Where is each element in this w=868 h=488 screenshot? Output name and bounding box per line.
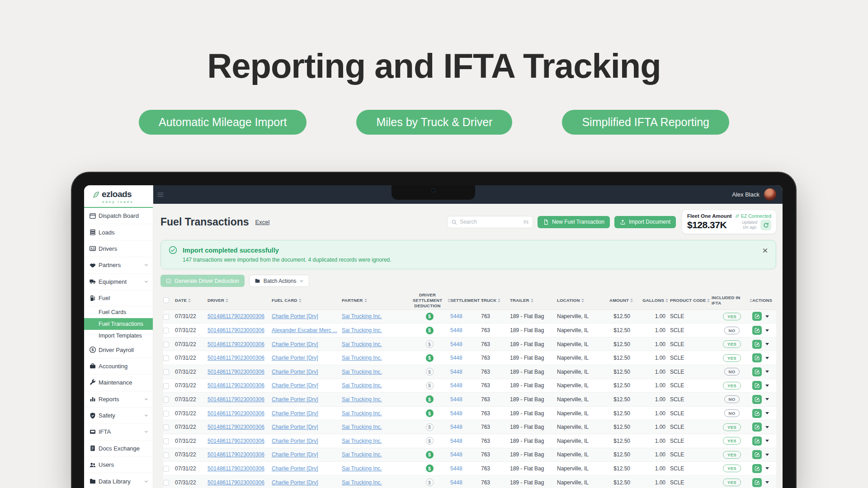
- fuel-card-link[interactable]: Charlie Porter [Drv]: [272, 355, 318, 361]
- column-header-driver[interactable]: DRIVER: [208, 298, 272, 303]
- fuel-card-link[interactable]: Charlie Porter [Drv]: [272, 396, 318, 403]
- fuel-card-link[interactable]: Charlie Porter [Drv]: [272, 424, 318, 430]
- sidebar-item-fuel[interactable]: Fuel: [84, 290, 153, 306]
- row-menu-caret[interactable]: [765, 426, 769, 428]
- edit-button[interactable]: [752, 422, 762, 432]
- row-checkbox[interactable]: [163, 438, 169, 444]
- sidebar-item-maintenance[interactable]: Maintenance: [84, 375, 153, 391]
- row-menu-caret[interactable]: [765, 357, 769, 359]
- row-menu-caret[interactable]: [765, 467, 769, 469]
- column-header-gallons[interactable]: GALLONS: [635, 298, 670, 303]
- driver-link[interactable]: 5014861179023000306: [208, 465, 264, 472]
- sidebar-item-import-templates[interactable]: Import Templates: [84, 330, 153, 342]
- fuel-card-link[interactable]: Charlie Porter [Drv]: [272, 438, 318, 444]
- settlement-link[interactable]: 5448: [450, 451, 462, 458]
- edit-button[interactable]: [752, 326, 762, 335]
- partner-link[interactable]: Sai Trucking Inc.: [342, 396, 382, 403]
- row-checkbox[interactable]: [163, 480, 169, 486]
- row-menu-caret[interactable]: [765, 412, 769, 414]
- fuel-card-link[interactable]: Charlie Porter [Drv]: [272, 341, 318, 347]
- sidebar-item-data-library[interactable]: Data Library: [84, 473, 153, 488]
- partner-link[interactable]: Sai Trucking Inc.: [342, 313, 382, 319]
- row-menu-caret[interactable]: [765, 398, 769, 400]
- settlement-link[interactable]: 5448: [450, 424, 462, 430]
- import-document-button[interactable]: Import Document: [614, 216, 676, 228]
- search-input[interactable]: [460, 219, 520, 225]
- settlement-link[interactable]: 5448: [450, 396, 462, 403]
- row-menu-caret[interactable]: [765, 343, 769, 345]
- row-menu-caret[interactable]: [765, 371, 769, 373]
- partner-link[interactable]: Sai Trucking Inc.: [342, 369, 382, 375]
- settlement-link[interactable]: 5448: [450, 327, 462, 333]
- partner-link[interactable]: Sai Trucking Inc.: [342, 327, 382, 333]
- row-checkbox[interactable]: [163, 369, 169, 375]
- avatar[interactable]: [764, 188, 776, 201]
- settlement-link[interactable]: 5448: [450, 479, 462, 486]
- row-checkbox[interactable]: [163, 424, 169, 430]
- batch-actions-button[interactable]: Batch Actions: [249, 275, 310, 287]
- settlement-link[interactable]: 5448: [450, 313, 462, 319]
- sidebar-item-accounting[interactable]: Accounting: [84, 358, 153, 375]
- generate-driver-deduction-button[interactable]: Generate Driver Deduction: [160, 275, 245, 287]
- sidebar-item-reports[interactable]: Reports: [84, 391, 153, 408]
- sidebar-item-fuel-transactions[interactable]: Fuel Transactions: [84, 318, 153, 330]
- row-checkbox[interactable]: [163, 328, 169, 333]
- driver-link[interactable]: 5014861179023000306: [208, 327, 264, 333]
- sidebar-item-fuel-cards[interactable]: Fuel Cards: [84, 306, 153, 318]
- partner-link[interactable]: Sai Trucking Inc.: [342, 451, 382, 458]
- new-fuel-transaction-button[interactable]: New Fuel Transaction: [538, 216, 610, 228]
- row-menu-caret[interactable]: [765, 454, 769, 456]
- edit-button[interactable]: [752, 367, 762, 376]
- column-header-driver-settlement-deduction[interactable]: DRIVER SETTLEMENT DEDUCTION: [409, 292, 450, 309]
- settlement-link[interactable]: 5448: [450, 465, 462, 472]
- fuel-card-link[interactable]: Charlie Porter [Drv]: [272, 451, 318, 458]
- close-icon[interactable]: [762, 248, 768, 253]
- driver-link[interactable]: 5014861179023000306: [208, 355, 264, 361]
- partner-link[interactable]: Sai Trucking Inc.: [342, 410, 382, 417]
- sidebar-item-users[interactable]: Users: [84, 457, 153, 473]
- driver-link[interactable]: 5014861179023000306: [208, 479, 264, 486]
- edit-button[interactable]: [752, 478, 762, 487]
- column-header-amount[interactable]: AMOUNT: [607, 298, 635, 303]
- driver-link[interactable]: 5014861179023000306: [208, 369, 264, 375]
- settlement-link[interactable]: 5448: [450, 355, 462, 361]
- driver-link[interactable]: 5014861179023000306: [208, 424, 264, 430]
- edit-button[interactable]: [752, 395, 762, 404]
- row-menu-caret[interactable]: [765, 481, 769, 483]
- column-header-settlement[interactable]: SETTLEMENT: [450, 298, 481, 303]
- row-checkbox[interactable]: [163, 411, 169, 417]
- row-checkbox[interactable]: [163, 397, 169, 403]
- driver-link[interactable]: 5014861179023000306: [208, 438, 264, 444]
- fuel-card-link[interactable]: Charlie Porter [Drv]: [272, 410, 318, 417]
- sidebar-item-safety[interactable]: Safety: [84, 408, 153, 424]
- column-header-partner[interactable]: PARTNER: [342, 298, 409, 303]
- select-all-checkbox[interactable]: [163, 297, 169, 303]
- partner-link[interactable]: Sai Trucking Inc.: [342, 438, 382, 444]
- partner-link[interactable]: Sai Trucking Inc.: [342, 382, 382, 389]
- edit-button[interactable]: [752, 381, 762, 390]
- column-header-date[interactable]: DATE: [175, 298, 208, 303]
- settlement-link[interactable]: 5448: [450, 438, 462, 444]
- partner-link[interactable]: Sai Trucking Inc.: [342, 479, 382, 486]
- hamburger-menu-icon[interactable]: [157, 191, 164, 198]
- column-header-fuel-card[interactable]: FUEL CARD: [272, 298, 342, 303]
- partner-link[interactable]: Sai Trucking Inc.: [342, 341, 382, 347]
- row-checkbox[interactable]: [163, 466, 169, 472]
- sidebar-item-equipment[interactable]: Equipment: [84, 274, 153, 290]
- settlement-link[interactable]: 5448: [450, 410, 462, 417]
- fuel-card-link[interactable]: Charlie Porter [Drv]: [272, 479, 318, 486]
- driver-link[interactable]: 5014861179023000306: [208, 410, 264, 417]
- sidebar-item-driver-payroll[interactable]: Driver Payroll: [84, 342, 153, 358]
- edit-button[interactable]: [752, 436, 762, 446]
- settlement-link[interactable]: 5448: [450, 341, 462, 347]
- edit-button[interactable]: [752, 464, 762, 473]
- fuel-card-link[interactable]: Charlie Porter [Drv]: [272, 382, 318, 389]
- column-header-location[interactable]: LOCATION: [557, 298, 607, 303]
- row-checkbox[interactable]: [163, 314, 169, 320]
- row-menu-caret[interactable]: [765, 329, 769, 332]
- driver-link[interactable]: 5014861179023000306: [208, 313, 264, 319]
- row-checkbox[interactable]: [163, 342, 169, 347]
- sidebar-item-drivers[interactable]: Drivers: [84, 241, 153, 257]
- sidebar-item-dispatch-board[interactable]: Dispatch Board: [84, 208, 153, 224]
- partner-link[interactable]: Sai Trucking Inc.: [342, 355, 382, 361]
